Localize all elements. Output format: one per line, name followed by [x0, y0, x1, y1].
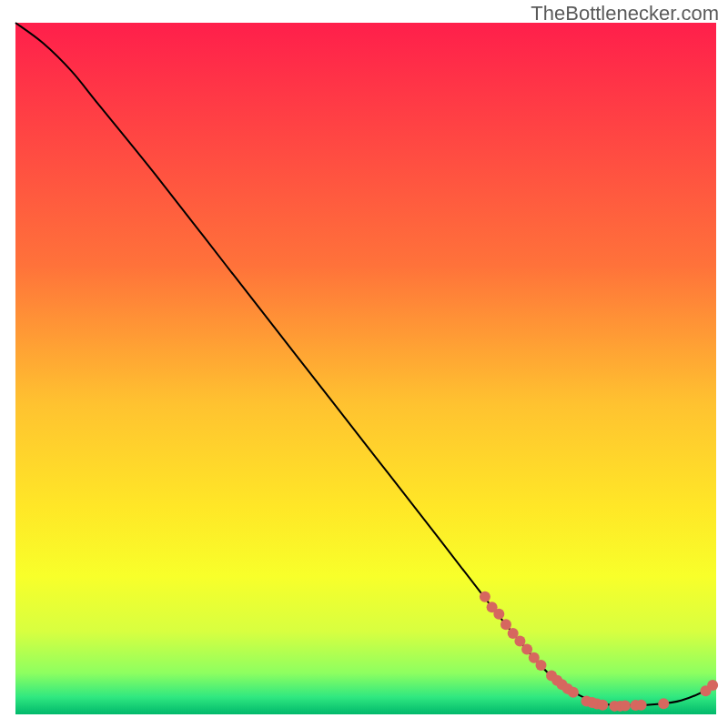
data-marker [514, 635, 525, 646]
data-marker [636, 700, 647, 711]
chart-container: TheBottlenecker.com [0, 0, 728, 728]
data-marker [707, 680, 718, 691]
data-marker [493, 609, 504, 620]
data-marker [620, 701, 631, 712]
data-marker [658, 698, 669, 709]
data-marker [597, 700, 608, 711]
data-marker [568, 687, 579, 698]
data-marker [480, 592, 490, 602]
plot-background [15, 23, 716, 714]
bottleneck-curve-chart [0, 0, 728, 728]
data-marker [521, 644, 532, 655]
data-marker [500, 619, 511, 630]
data-marker [536, 660, 547, 671]
watermark-label: TheBottlenecker.com [531, 2, 719, 25]
